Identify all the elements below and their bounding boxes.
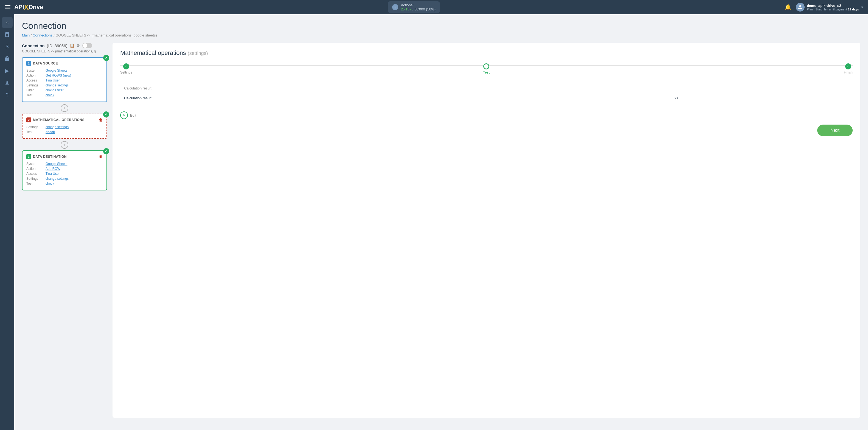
sidebar-item-billing[interactable]: $ <box>2 41 12 52</box>
step1-row-system: System Google Sheets <box>26 69 103 72</box>
step3-title: 3 DATA DESTINATION 🗑 <box>26 154 103 159</box>
step1-access-link[interactable]: Tina User <box>45 79 60 82</box>
step3-check: ✓ <box>103 148 109 154</box>
toggle-switch[interactable] <box>82 43 92 48</box>
step3-row-system: System Google Sheets <box>26 162 103 166</box>
actions-total: / 50'000 <box>412 7 425 11</box>
step2-row-test: Test check <box>26 130 103 134</box>
user-info[interactable]: demo_apix-drive_s2 Plan | Start | left u… <box>796 3 863 11</box>
step3-delete-icon[interactable]: 🗑 <box>99 154 103 159</box>
step3-block: ✓ 3 DATA DESTINATION 🗑 System Google She… <box>22 150 107 190</box>
actions-used: 25'157 <box>401 7 412 11</box>
finish-label: Finish <box>844 70 852 74</box>
actions-text: Actions: 25'157 / 50'000 (50%) <box>401 3 435 11</box>
step1-row-action: Action Get ROWS (new) <box>26 73 103 78</box>
add-step-button-2[interactable]: + <box>61 141 68 149</box>
col2-header <box>670 84 852 93</box>
sidebar-item-user[interactable] <box>2 78 12 88</box>
step1-system-link[interactable]: Google Sheets <box>45 69 67 72</box>
logo: API X Drive <box>14 3 43 11</box>
right-panel: Mathematical operations (settings) ✓ Set… <box>113 43 860 418</box>
step3-test-link[interactable]: check <box>45 182 54 185</box>
result-table: Calculation result Calculation result 60 <box>120 84 852 103</box>
progress-step-settings: ✓ Settings <box>120 63 132 74</box>
step3-access-link[interactable]: Tina User <box>45 172 60 176</box>
table-row: Calculation result 60 <box>120 93 852 103</box>
settings-circle: ✓ <box>123 63 129 69</box>
step2-badge: 2 <box>26 118 31 122</box>
step1-action-link[interactable]: Get ROWS (new) <box>45 73 71 78</box>
sidebar-item-help[interactable]: ? <box>2 89 12 100</box>
settings-icon[interactable]: ⚙ <box>76 43 80 48</box>
step1-row-access: Access Tina User <box>26 79 103 82</box>
actions-label: Actions: <box>401 3 435 7</box>
step3-row-settings: Settings change settings <box>26 177 103 181</box>
next-button[interactable]: Next <box>817 125 852 136</box>
bell-icon[interactable]: 🔔 <box>784 4 792 10</box>
actions-box: i Actions: 25'157 / 50'000 (50%) <box>388 1 440 13</box>
step3-row-action: Action Add ROW <box>26 167 103 171</box>
topbar: API X Drive i Actions: 25'157 / 50'000 (… <box>0 0 868 14</box>
user-avatar-icon <box>798 5 803 10</box>
sidebar-item-connections[interactable] <box>2 29 12 40</box>
finish-circle: ✓ <box>845 63 851 69</box>
user-details: demo_apix-drive_s2 Plan | Start | left u… <box>807 4 859 11</box>
step1-badge: 1 <box>26 61 31 66</box>
edit-button[interactable]: ✎ <box>120 112 128 119</box>
logo-api: API <box>14 4 24 11</box>
step1-row-test: Test check <box>26 93 103 97</box>
test-circle <box>483 63 489 69</box>
sidebar-item-play[interactable]: ▶ <box>2 65 12 76</box>
step1-title: 1 DATA SOURCE <box>26 61 103 66</box>
step2-check: ✓ <box>103 112 109 118</box>
breadcrumb: Main / Connections / GOOGLE SHEETS -> (m… <box>22 33 860 37</box>
hamburger-menu[interactable] <box>5 5 10 9</box>
info-icon: i <box>392 4 398 10</box>
page-title: Connection <box>22 21 860 31</box>
step1-row-filter: Filter change filter <box>26 88 103 92</box>
step1-check: ✓ <box>103 55 109 61</box>
breadcrumb-connections[interactable]: Connections <box>33 33 53 37</box>
logo-drive: Drive <box>29 4 43 11</box>
progress-bar: ✓ Settings Test ✓ Finish <box>120 62 852 76</box>
col1-header: Calculation result <box>120 84 670 93</box>
step3-settings-link[interactable]: change settings <box>45 177 69 181</box>
topbar-center: i Actions: 25'157 / 50'000 (50%) <box>388 1 440 13</box>
sidebar-item-briefcase[interactable] <box>2 53 12 64</box>
step2-test-link[interactable]: check <box>45 130 55 134</box>
main-layout: ⌂ $ ▶ ? Connection Main / Connections / … <box>0 14 868 430</box>
conn-title: Connection <box>22 43 45 48</box>
logo-x: X <box>24 3 29 11</box>
step3-row-access: Access Tina User <box>26 172 103 176</box>
step2-row-settings: Settings change settings <box>26 125 103 129</box>
breadcrumb-current: GOOGLE SHEETS -> (mathematical operation… <box>56 33 157 37</box>
step1-settings-link[interactable]: change settings <box>45 84 69 87</box>
progress-step-test: Test <box>483 63 490 74</box>
topbar-left: API X Drive <box>5 3 43 11</box>
step3-row-test: Test check <box>26 182 103 185</box>
add-step-button-1[interactable]: + <box>61 104 68 112</box>
actions-count: 25'157 / 50'000 (50%) <box>401 7 435 11</box>
conn-id: (ID: 39056) <box>47 43 67 48</box>
breadcrumb-main[interactable]: Main <box>22 33 30 37</box>
step3-system-link[interactable]: Google Sheets <box>45 162 67 166</box>
settings-label: Settings <box>120 70 132 74</box>
avatar <box>796 3 805 11</box>
connection-subtitle: GOOGLE SHEETS -> (mathematical operation… <box>22 50 107 53</box>
connection-header: Connection (ID: 39056) 📋 ⚙ <box>22 43 107 48</box>
sidebar-item-home[interactable]: ⌂ <box>2 17 12 28</box>
user-name: demo_apix-drive_s2 <box>807 4 859 8</box>
two-col-layout: Connection (ID: 39056) 📋 ⚙ GOOGLE SHEETS… <box>22 43 860 418</box>
step2-delete-icon[interactable]: 🗑 <box>99 118 103 122</box>
content-area: Connection Main / Connections / GOOGLE S… <box>14 14 868 430</box>
step2-settings-link[interactable]: change settings <box>45 125 69 129</box>
chevron-down-icon: ▾ <box>861 5 863 9</box>
step1-row-settings: Settings change settings <box>26 84 103 87</box>
edit-label[interactable]: Edit <box>130 113 136 118</box>
step1-test-link[interactable]: check <box>45 93 54 97</box>
step1-filter-link[interactable]: change filter <box>45 88 63 92</box>
step3-action-link[interactable]: Add ROW <box>45 167 60 171</box>
copy-icon[interactable]: 📋 <box>70 43 74 48</box>
panel-subtitle: (settings) <box>188 51 208 56</box>
step2-title: 2 MATHEMATICAL OPERATIONS 🗑 <box>26 118 103 122</box>
